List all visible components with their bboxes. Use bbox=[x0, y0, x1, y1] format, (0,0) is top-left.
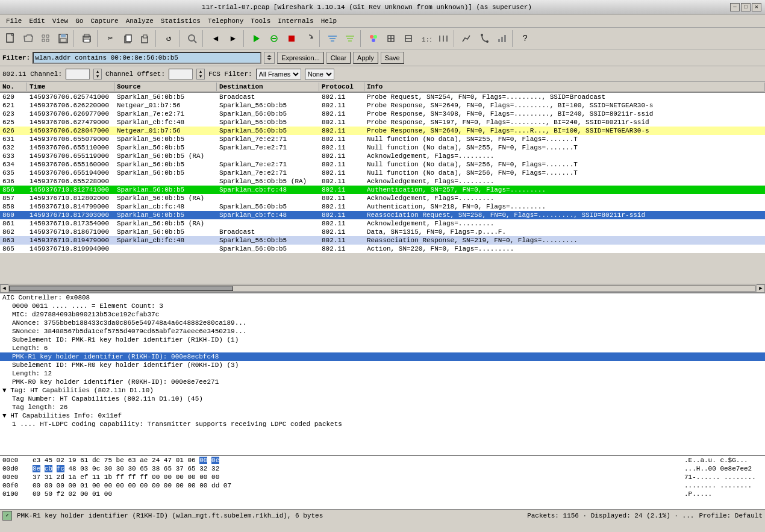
channel-input[interactable] bbox=[66, 69, 90, 80]
detail-line[interactable]: Tag length: 26 bbox=[0, 403, 765, 412]
detail-line[interactable]: Subelement ID: PMK-R1 key holder identif… bbox=[0, 336, 765, 344]
minimize-button[interactable]: ─ bbox=[730, 3, 740, 11]
table-row[interactable]: 8571459376710.812802000Sparklan_56:0b:b5… bbox=[0, 194, 765, 202]
paste-button[interactable] bbox=[137, 30, 154, 47]
table-row[interactable]: 8631459376710.819479000Sparklan_cb:fc:48… bbox=[0, 236, 765, 245]
detail-line[interactable]: Length: 12 bbox=[0, 369, 765, 378]
table-row[interactable]: 8621459376710.818671000Sparklan_56:0b:b5… bbox=[0, 228, 765, 236]
cell-2: Sparklan_56:0b:b5 bbox=[114, 169, 217, 177]
table-row[interactable]: 8601459376710.817303000Sparklan_56:0b:b5… bbox=[0, 211, 765, 219]
table-row[interactable]: 6351459376706.655194000Sparklan_56:0b:b5… bbox=[0, 169, 765, 177]
print-button[interactable] bbox=[78, 30, 95, 47]
filter-nav-button[interactable] bbox=[264, 52, 275, 64]
table-row[interactable]: 6231459376706.626977000Sparklan_7e:e2:71… bbox=[0, 110, 765, 118]
detail-line[interactable]: PMK-R0 key holder identifier (R0KH-ID): … bbox=[0, 378, 765, 386]
back-button[interactable]: ◀ bbox=[207, 30, 224, 47]
detail-line[interactable]: Tag Number: HT Capabilities (802.11n D1.… bbox=[0, 395, 765, 403]
save-filter-button[interactable]: Save bbox=[381, 52, 404, 64]
capture-filter-button[interactable] bbox=[324, 30, 341, 47]
detail-line[interactable]: MIC: d297884093b090213b53ce192cfab37c bbox=[0, 310, 765, 319]
hscroll-right-btn[interactable]: ▶ bbox=[757, 284, 765, 293]
statistics-button[interactable] bbox=[493, 30, 510, 47]
copy-button[interactable] bbox=[119, 30, 136, 47]
menu-statistics[interactable]: Statistics bbox=[157, 16, 204, 26]
channel-offset-input[interactable] bbox=[169, 69, 193, 80]
menu-analyze[interactable]: Analyze bbox=[122, 16, 157, 26]
close-file-button[interactable] bbox=[37, 30, 54, 47]
table-row[interactable]: 6361459376706.655228000Sparklan_56:0b:b5… bbox=[0, 177, 765, 186]
table-row[interactable]: 8561459376710.812741000Sparklan_56:0b:b5… bbox=[0, 186, 765, 194]
undo-button[interactable]: ↺ bbox=[160, 30, 177, 47]
hex-row: 00c0e3 45 02 19 61 dc 75 be 63 ae 24 47 … bbox=[0, 456, 765, 465]
detail-line[interactable]: SNonce: 38488567b5da1cef5755d4079cd65abf… bbox=[0, 327, 765, 336]
menu-telephony[interactable]: Telephony bbox=[204, 16, 247, 26]
zoom-reset-button[interactable]: 1:1 bbox=[417, 30, 434, 47]
table-row[interactable]: 6321459376706.655110000Sparklan_56:0b:b5… bbox=[0, 143, 765, 152]
hscroll-track[interactable] bbox=[9, 286, 756, 292]
none-select[interactable]: None bbox=[305, 69, 334, 80]
menu-internals[interactable]: Internals bbox=[274, 16, 317, 26]
capture-stop-button[interactable] bbox=[283, 30, 300, 47]
display-filter-button[interactable] bbox=[342, 30, 358, 47]
new-button[interactable] bbox=[2, 30, 19, 47]
table-row[interactable]: 6251459376706.627479000Sparklan_cb:fc:48… bbox=[0, 118, 765, 127]
cell-4: 802.11 bbox=[319, 160, 364, 169]
help-button[interactable]: ? bbox=[517, 30, 534, 47]
detail-line[interactable]: ▼ Tag: HT Capabilities (802.11n D1.10) bbox=[0, 386, 765, 395]
colorize-button[interactable] bbox=[365, 30, 382, 47]
hex-offset: 0100 bbox=[2, 490, 25, 498]
svg-rect-14 bbox=[289, 36, 295, 42]
menu-view[interactable]: View bbox=[49, 16, 72, 26]
expression-button[interactable]: Expression... bbox=[277, 52, 324, 64]
filter-input[interactable] bbox=[33, 52, 261, 64]
channel-offset-arrows[interactable]: ▲ ▼ bbox=[196, 69, 205, 80]
clear-button[interactable]: Clear bbox=[326, 52, 351, 64]
detail-line[interactable]: 0000 0011 .... .... = Element Count: 3 bbox=[0, 302, 765, 310]
table-row[interactable]: 8581459376710.814799000Sparklan_cb:fc:48… bbox=[0, 202, 765, 211]
detail-line[interactable]: 1 .... HT-LDPC coding capability: Transm… bbox=[0, 420, 765, 428]
packet-hscroll[interactable]: ◀ ▶ bbox=[0, 284, 765, 292]
table-row[interactable]: 6311459376706.655079000Sparklan_56:0b:b5… bbox=[0, 135, 765, 143]
detail-line[interactable]: PMK-R1 key holder identifier (R1KH-ID): … bbox=[0, 352, 765, 361]
table-row[interactable]: 6201459376706.625741000Sparklan_56:0b:b5… bbox=[0, 93, 765, 101]
io-graphs-button[interactable] bbox=[458, 30, 475, 47]
voip-calls-button[interactable] bbox=[476, 30, 493, 47]
fcs-select[interactable]: All Frames bbox=[256, 69, 301, 80]
menu-go[interactable]: Go bbox=[72, 16, 87, 26]
table-row[interactable]: 6211459376706.626220000Netgear_01:b7:56S… bbox=[0, 101, 765, 110]
detail-line[interactable]: AIC Contreller: 0x0808 bbox=[0, 293, 765, 302]
capture-start-button[interactable] bbox=[248, 30, 265, 47]
find-button[interactable] bbox=[184, 30, 201, 47]
detail-line[interactable]: ▼ HT Capabilities Info: 0x11ef bbox=[0, 412, 765, 420]
close-button[interactable]: ✕ bbox=[752, 3, 761, 11]
hscroll-thumb[interactable] bbox=[10, 286, 233, 291]
detail-line[interactable]: Subelement ID: PMK-R0 key holder identif… bbox=[0, 361, 765, 369]
table-row[interactable]: 6331459376706.655119000Sparklan_56:0b:b5… bbox=[0, 152, 765, 160]
resize-columns-button[interactable] bbox=[435, 30, 452, 47]
menu-help[interactable]: Help bbox=[317, 16, 340, 26]
menu-file[interactable]: File bbox=[2, 16, 25, 26]
zoom-out-button[interactable] bbox=[400, 30, 417, 47]
table-row[interactable]: 6261459376706.628047000Netgear_01:b7:56S… bbox=[0, 127, 765, 135]
open-button[interactable] bbox=[20, 30, 37, 47]
menu-capture[interactable]: Capture bbox=[87, 16, 122, 26]
capture-restart-button[interactable] bbox=[301, 30, 317, 47]
table-row[interactable]: 8611459376710.817354000Sparklan_56:0b:b5… bbox=[0, 219, 765, 228]
table-row[interactable]: 6341459376706.655160000Sparklan_56:0b:b5… bbox=[0, 160, 765, 169]
menu-edit[interactable]: Edit bbox=[25, 16, 48, 26]
zoom-in-button[interactable] bbox=[382, 30, 399, 47]
forward-button[interactable]: ▶ bbox=[225, 30, 242, 47]
capture-options-button[interactable] bbox=[266, 30, 283, 47]
hscroll-left-btn[interactable]: ◀ bbox=[0, 284, 8, 293]
apply-button[interactable]: Apply bbox=[353, 52, 378, 64]
detail-line[interactable]: Length: 6 bbox=[0, 344, 765, 352]
cut-button[interactable]: ✂ bbox=[102, 30, 119, 47]
maximize-button[interactable]: □ bbox=[741, 3, 751, 11]
detail-line[interactable]: ANonce: 3755bbeb188433c3da0c865e549748a4… bbox=[0, 319, 765, 327]
menu-tools[interactable]: Tools bbox=[247, 16, 274, 26]
title-text: 11r-trial-07.pcap [Wireshark 1.10.14 (Gi… bbox=[4, 4, 730, 11]
cell-4: 802.11 bbox=[319, 194, 364, 202]
channel-arrows[interactable]: ▲ ▼ bbox=[93, 69, 102, 80]
table-row[interactable]: 8651459376710.819994000Sparklan_56:0b:b5… bbox=[0, 245, 765, 253]
save-button[interactable] bbox=[55, 30, 72, 47]
